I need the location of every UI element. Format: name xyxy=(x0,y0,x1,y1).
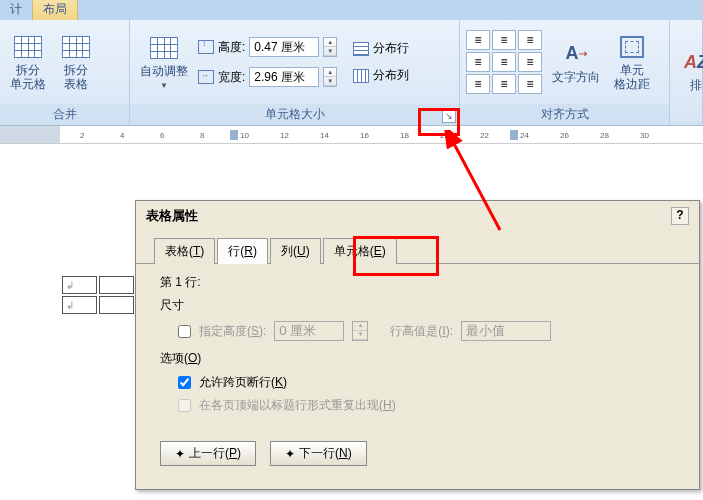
svg-rect-18 xyxy=(510,130,518,140)
group-label-cellsize: 单元格大小 ↘ xyxy=(130,104,459,125)
arrange-button[interactable]: AZ 排 xyxy=(676,46,703,94)
next-row-button[interactable]: ✦下一行(N) xyxy=(270,441,367,466)
svg-text:8: 8 xyxy=(200,131,205,140)
dialog-tab-row[interactable]: 行(R) xyxy=(217,238,268,264)
split-table-button[interactable]: 拆分 表格 xyxy=(56,31,96,94)
text-direction-button[interactable]: A⇢ 文字方向 xyxy=(548,38,604,86)
height-label: 高度: xyxy=(218,39,245,56)
width-spinner[interactable]: ▲▼ xyxy=(323,67,337,87)
svg-text:18: 18 xyxy=(400,131,409,140)
align-tr[interactable]: ≡ xyxy=(518,30,542,50)
height-input[interactable] xyxy=(249,37,319,57)
distribute-rows-button[interactable]: 分布行 xyxy=(351,38,411,59)
svg-text:24: 24 xyxy=(520,131,529,140)
svg-text:26: 26 xyxy=(560,131,569,140)
dialog-tabs: 表格(T) 行(R) 列(U) 单元格(E) xyxy=(136,231,699,264)
cell-margins-icon xyxy=(616,33,648,61)
distribute-cols-icon xyxy=(353,69,369,83)
align-br[interactable]: ≡ xyxy=(518,74,542,94)
table-properties-dialog: 表格属性 ? 表格(T) 行(R) 列(U) 单元格(E) 第 1 行: 尺寸 … xyxy=(135,200,700,490)
ruler[interactable]: 246 81012 141618 202224 262830 xyxy=(0,126,703,144)
align-bc[interactable]: ≡ xyxy=(492,74,516,94)
autofit-button[interactable]: 自动调整 ▼ xyxy=(136,32,192,91)
height-spinner-dlg: ▲▼ xyxy=(352,321,368,341)
height-spinner[interactable]: ▲▼ xyxy=(323,37,337,57)
svg-text:14: 14 xyxy=(320,131,329,140)
dialog-title: 表格属性 xyxy=(146,207,198,225)
distribute-rows-icon xyxy=(353,42,369,56)
svg-text:2: 2 xyxy=(80,131,85,140)
repeat-header-checkbox xyxy=(178,399,191,412)
svg-text:10: 10 xyxy=(240,131,249,140)
width-input[interactable] xyxy=(249,67,319,87)
row-height-is-label: 行高值是(I): xyxy=(390,323,453,340)
text-direction-icon: A⇢ xyxy=(560,40,592,68)
height-icon: ↕ xyxy=(198,40,214,54)
align-bl[interactable]: ≡ xyxy=(466,74,490,94)
svg-text:12: 12 xyxy=(280,131,289,140)
row-height-type-select xyxy=(461,321,551,341)
split-cells-icon xyxy=(12,33,44,61)
svg-rect-17 xyxy=(230,130,238,140)
height-value-input xyxy=(274,321,344,341)
dialog-tab-table[interactable]: 表格(T) xyxy=(154,238,215,264)
prev-row-button[interactable]: ✦上一行(P) xyxy=(160,441,256,466)
width-label: 宽度: xyxy=(218,69,245,86)
ribbon-body: 拆分 单元格 拆分 表格 合并 自动调整 ▼ ↕ xyxy=(0,20,703,125)
specify-height-label: 指定高度(S): xyxy=(199,323,266,340)
align-tc[interactable]: ≡ xyxy=(492,30,516,50)
align-ml[interactable]: ≡ xyxy=(466,52,490,72)
options-section-label: 选项(O) xyxy=(160,350,675,367)
tab-design[interactable]: 计 xyxy=(0,0,32,20)
ribbon-tabs: 计 布局 xyxy=(0,0,703,20)
svg-text:28: 28 xyxy=(600,131,609,140)
tab-layout[interactable]: 布局 xyxy=(32,0,78,20)
alignment-grid: ≡ ≡ ≡ ≡ ≡ ≡ ≡ ≡ ≡ xyxy=(466,30,542,94)
svg-text:22: 22 xyxy=(480,131,489,140)
distribute-cols-button[interactable]: 分布列 xyxy=(351,65,411,86)
split-table-icon xyxy=(60,33,92,61)
align-tl[interactable]: ≡ xyxy=(466,30,490,50)
width-icon: ↔ xyxy=(198,70,214,84)
svg-rect-0 xyxy=(0,126,60,144)
cell-margins-button[interactable]: 单元 格边距 xyxy=(610,31,654,94)
svg-text:16: 16 xyxy=(360,131,369,140)
size-section-label: 尺寸 xyxy=(160,297,675,314)
allow-break-checkbox[interactable] xyxy=(178,376,191,389)
svg-text:30: 30 xyxy=(640,131,649,140)
allow-break-label: 允许跨页断行(K) xyxy=(199,374,287,391)
svg-text:6: 6 xyxy=(160,131,165,140)
dialog-help-button[interactable]: ? xyxy=(671,207,689,225)
svg-text:20: 20 xyxy=(440,131,449,140)
group-label-merge: 合并 xyxy=(0,104,129,125)
dialog-tab-cell[interactable]: 单元格(E) xyxy=(323,238,397,264)
arrange-icon: AZ xyxy=(680,48,703,76)
group-label-align: 对齐方式 xyxy=(460,104,669,125)
svg-text:4: 4 xyxy=(120,131,125,140)
autofit-icon xyxy=(148,34,180,62)
align-mr[interactable]: ≡ xyxy=(518,52,542,72)
dialog-tab-column[interactable]: 列(U) xyxy=(270,238,321,264)
align-mc[interactable]: ≡ xyxy=(492,52,516,72)
specify-height-checkbox[interactable] xyxy=(178,325,191,338)
document-table[interactable]: ↲ ↲ xyxy=(60,274,136,316)
repeat-header-label: 在各页顶端以标题行形式重复出现(H) xyxy=(199,397,396,414)
ribbon: 计 布局 拆分 单元格 拆分 表格 合并 自动调整 xyxy=(0,0,703,126)
cellsize-dialog-launcher[interactable]: ↘ xyxy=(442,109,456,123)
row-header-label: 第 1 行: xyxy=(160,274,675,291)
split-cells-button[interactable]: 拆分 单元格 xyxy=(6,31,50,94)
